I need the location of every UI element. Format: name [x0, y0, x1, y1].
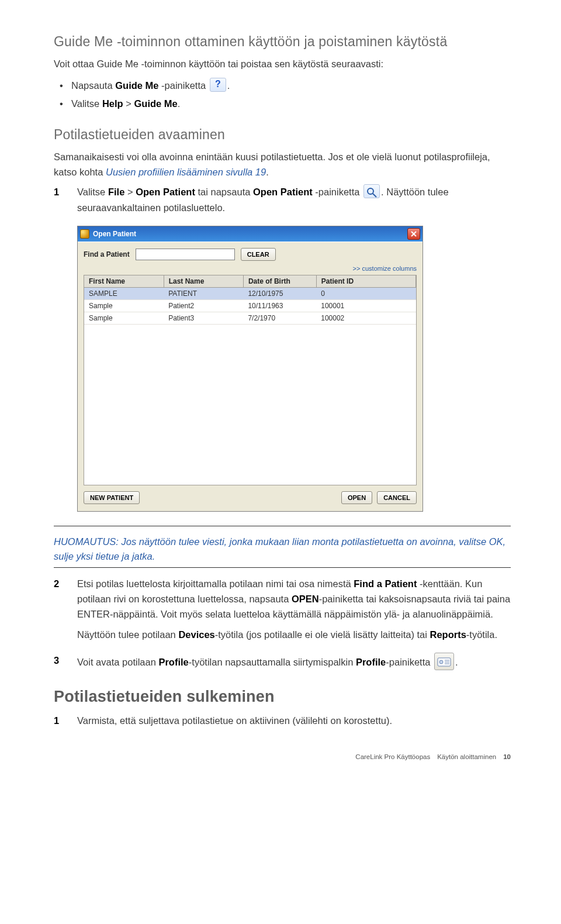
step-2: 2 Etsi potilas luettelosta kirjoittamall… [54, 576, 511, 647]
bullet-list: Napsauta Guide Me -painiketta . Valitse … [54, 77, 511, 113]
titlebar: Open Patient [78, 226, 423, 242]
app-icon [80, 229, 89, 239]
step-list-open: 1 Valitse File > Open Patient tai napsau… [54, 184, 511, 220]
col-last-name[interactable]: Last Name [164, 275, 243, 288]
step-list-open-cont: 2 Etsi potilas luettelosta kirjoittamall… [54, 576, 511, 675]
svg-point-3 [439, 660, 443, 664]
heading-open-records: Potilastietueiden avaaminen [54, 127, 511, 143]
bullet-2: Valitse Help > Guide Me. [54, 95, 511, 113]
dialog-title: Open Patient [93, 230, 136, 238]
page-footer: CareLink Pro KäyttöopasKäytön aloittamin… [54, 753, 511, 760]
patient-grid[interactable]: First Name Last Name Date of Birth Patie… [84, 275, 417, 485]
magnify-icon [363, 184, 380, 198]
step-3: 3 Voit avata potilaan Profile-työtilan n… [54, 653, 511, 675]
close-step-1: 1 Varmista, että suljettava potilastietu… [54, 713, 511, 733]
customize-columns-link[interactable]: >> customize columns [353, 265, 417, 272]
svg-point-0 [368, 188, 373, 194]
open-intro: Samanaikaisesti voi olla avoinna enintää… [54, 150, 511, 180]
open-button[interactable]: OPEN [341, 491, 372, 504]
table-row[interactable]: SamplePatient37/2/1970100002 [84, 312, 416, 325]
table-row[interactable]: SamplePatient210/11/1963100001 [84, 300, 416, 312]
step-list-close: 1 Varmista, että suljettava potilastietu… [54, 713, 511, 733]
intro-text: Voit ottaa Guide Me -toiminnon käyttöön … [54, 57, 511, 72]
new-patient-button[interactable]: NEW PATIENT [84, 491, 140, 504]
profile-icon [434, 653, 454, 670]
heading-guide-me: Guide Me -toiminnon ottaminen käyttöön j… [54, 34, 511, 50]
col-dob[interactable]: Date of Birth [243, 275, 316, 288]
heading-close-records: Potilastietueiden sulkeminen [54, 688, 511, 706]
svg-line-1 [373, 194, 376, 197]
note-too-many: HUOMAUTUS: Jos näyttöön tulee viesti, jo… [54, 535, 511, 564]
close-icon[interactable] [407, 228, 420, 240]
help-icon [210, 78, 226, 92]
find-input[interactable] [136, 249, 235, 260]
col-patient-id[interactable]: Patient ID [316, 275, 415, 288]
rule [54, 567, 511, 568]
find-label: Find a Patient [84, 250, 130, 258]
col-first-name[interactable]: First Name [84, 275, 164, 288]
clear-button[interactable]: CLEAR [241, 248, 276, 261]
table-row[interactable]: SAMPLEPATIENT12/10/19750 [84, 288, 416, 300]
cancel-button[interactable]: CANCEL [377, 491, 417, 504]
grid-header-row: First Name Last Name Date of Birth Patie… [84, 275, 416, 288]
bullet-1: Napsauta Guide Me -painiketta . [54, 77, 511, 95]
open-patient-dialog: Open Patient Find a Patient CLEAR >> cus… [77, 226, 423, 512]
step-1: 1 Valitse File > Open Patient tai napsau… [54, 184, 511, 220]
rule [54, 526, 511, 526]
